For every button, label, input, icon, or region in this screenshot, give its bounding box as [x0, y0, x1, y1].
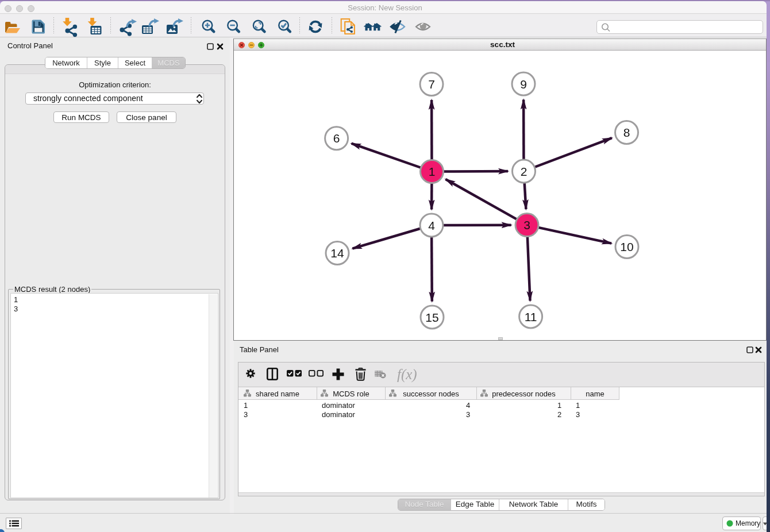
- svg-text:6: 6: [333, 132, 340, 145]
- svg-text:9: 9: [520, 78, 527, 91]
- svg-text:15: 15: [425, 311, 438, 324]
- svg-text:8: 8: [623, 126, 630, 139]
- svg-text:2: 2: [521, 165, 528, 178]
- svg-text:10: 10: [620, 240, 633, 253]
- svg-text:11: 11: [525, 310, 537, 323]
- svg-text:14: 14: [330, 246, 344, 260]
- svg-text:3: 3: [523, 218, 530, 232]
- svg-text:1: 1: [429, 165, 436, 178]
- svg-text:4: 4: [428, 219, 435, 232]
- svg-text:7: 7: [428, 78, 435, 91]
- svg-text:f(x): f(x): [397, 367, 417, 383]
